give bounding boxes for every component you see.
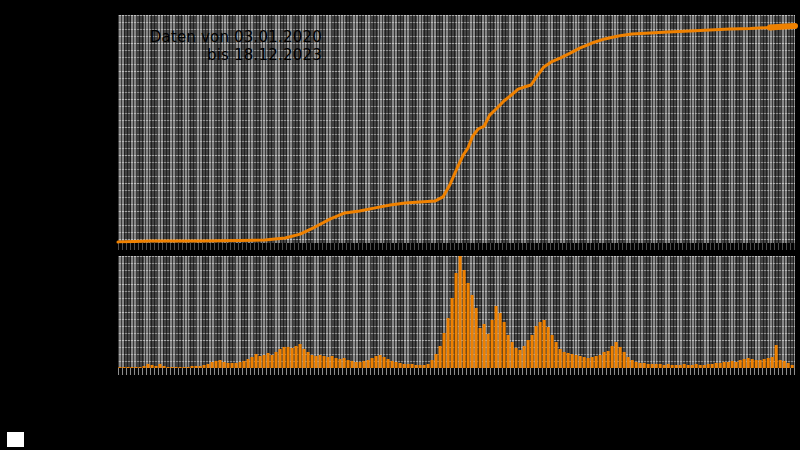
daily-panel — [118, 256, 795, 368]
top-panel-axis-ticks — [118, 243, 795, 250]
white-square-marker — [7, 432, 24, 447]
date-range-line1: Daten von 03.01.2020 — [124, 28, 322, 46]
date-range-line2: bis 18.12.2023 — [124, 46, 322, 64]
date-range-annotation: Daten von 03.01.2020 bis 18.12.2023 — [124, 28, 322, 64]
cumulative-panel: Daten von 03.01.2020 bis 18.12.2023 — [118, 15, 795, 243]
bottom-panel-axis-ticks — [118, 368, 795, 375]
chart-canvas: Daten von 03.01.2020 bis 18.12.2023 — [0, 0, 800, 450]
daily-bar-plot — [118, 256, 795, 368]
